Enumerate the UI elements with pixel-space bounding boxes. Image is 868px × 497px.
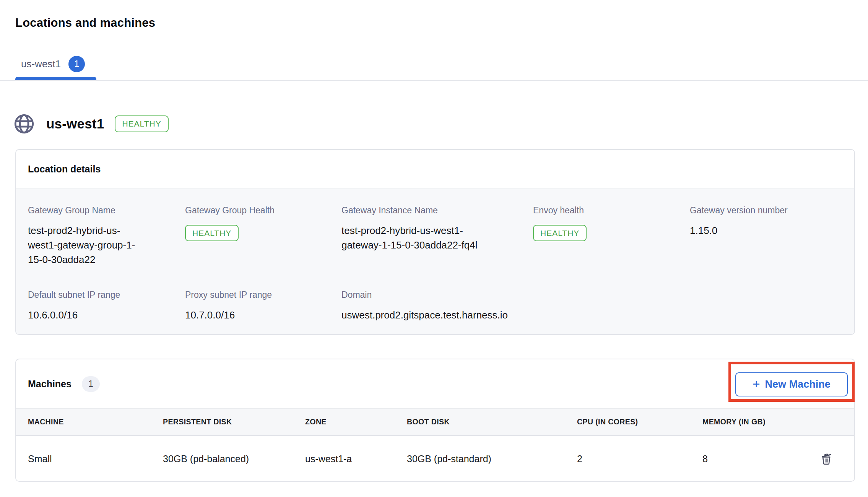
- plus-icon: +: [753, 378, 760, 390]
- machines-count-badge: 1: [82, 376, 100, 392]
- field-label: Gateway version number: [690, 205, 842, 216]
- cell-boot-disk: 30GB (pd-standard): [407, 453, 577, 465]
- col-machine: MACHINE: [28, 417, 163, 426]
- field-label: Gateway Instance Name: [341, 205, 533, 216]
- field-value: 10.6.0.0/16: [28, 308, 185, 322]
- field-gateway-version: Gateway version number 1.15.0: [690, 205, 842, 267]
- col-boot-disk: BOOT DISK: [407, 417, 577, 426]
- tab-label: us-west1: [21, 58, 61, 70]
- envoy-health-badge: HEALTHY: [533, 225, 587, 241]
- field-value: 10.7.0.0/16: [185, 308, 341, 322]
- field-value: test-prod2-hybrid-us-west1-gateway-group…: [28, 223, 145, 267]
- location-health-badge: HEALTHY: [115, 115, 168, 132]
- tabbar-divider: [0, 80, 868, 81]
- trash-icon: [819, 452, 833, 466]
- cell-memory: 8: [702, 453, 800, 465]
- location-details-body: Gateway Group Name test-prod2-hybrid-us-…: [16, 188, 854, 334]
- page-title: Locations and machines: [15, 16, 155, 30]
- machines-title: Machines: [28, 378, 72, 390]
- field-domain: Domain uswest.prod2.gitspace.test.harnes…: [341, 290, 533, 322]
- location-details-header: Location details: [16, 150, 854, 188]
- machines-table-header: MACHINE PERSISTENT DISK ZONE BOOT DISK C…: [16, 408, 854, 436]
- table-row: Small 30GB (pd-balanced) us-west1-a 30GB…: [16, 437, 854, 481]
- new-machine-button[interactable]: + New Machine: [735, 372, 848, 396]
- field-value: 1.15.0: [690, 223, 842, 238]
- field-gateway-instance-name: Gateway Instance Name test-prod2-hybrid-…: [341, 205, 533, 267]
- field-label: Gateway Group Name: [28, 205, 185, 216]
- field-gateway-group-name: Gateway Group Name test-prod2-hybrid-us-…: [28, 205, 185, 267]
- gateway-group-health-badge: HEALTHY: [185, 225, 239, 241]
- new-machine-button-label: New Machine: [765, 378, 831, 390]
- cell-zone: us-west1-a: [305, 453, 407, 465]
- field-label: Proxy subnet IP range: [185, 290, 341, 300]
- cell-machine: Small: [28, 453, 163, 465]
- field-label: Default subnet IP range: [28, 290, 185, 300]
- col-memory: MEMORY (IN GB): [702, 417, 800, 426]
- field-gateway-group-health: Gateway Group Health HEALTHY: [185, 205, 341, 267]
- field-default-subnet: Default subnet IP range 10.6.0.0/16: [28, 290, 185, 322]
- cell-persistent-disk: 30GB (pd-balanced): [163, 453, 305, 465]
- col-zone: ZONE: [305, 417, 407, 426]
- col-cpu: CPU (IN CORES): [577, 417, 702, 426]
- location-details-card: Location details Gateway Group Name test…: [15, 149, 855, 335]
- globe-icon: [13, 112, 36, 135]
- location-heading: us-west1 HEALTHY: [13, 112, 169, 135]
- field-label: Domain: [341, 290, 533, 300]
- field-envoy-health: Envoy health HEALTHY: [533, 205, 690, 267]
- cell-cpu: 2: [577, 453, 702, 465]
- tab-us-west1[interactable]: us-west1 1: [21, 56, 85, 72]
- machines-header: Machines 1 + New Machine: [16, 359, 854, 408]
- delete-machine-button[interactable]: [819, 452, 833, 466]
- tab-count-badge: 1: [68, 56, 85, 72]
- location-name: us-west1: [46, 116, 104, 132]
- machines-card: Machines 1 + New Machine MACHINE PERSIST…: [15, 359, 855, 482]
- field-value: uswest.prod2.gitspace.test.harness.io: [341, 308, 533, 322]
- field-label: Envoy health: [533, 205, 690, 216]
- location-details-title: Location details: [28, 164, 101, 175]
- field-value: test-prod2-hybrid-us-west1-gateway-1-15-…: [341, 223, 493, 252]
- field-label: Gateway Group Health: [185, 205, 341, 216]
- field-proxy-subnet: Proxy subnet IP range 10.7.0.0/16: [185, 290, 341, 322]
- col-persistent-disk: PERSISTENT DISK: [163, 417, 305, 426]
